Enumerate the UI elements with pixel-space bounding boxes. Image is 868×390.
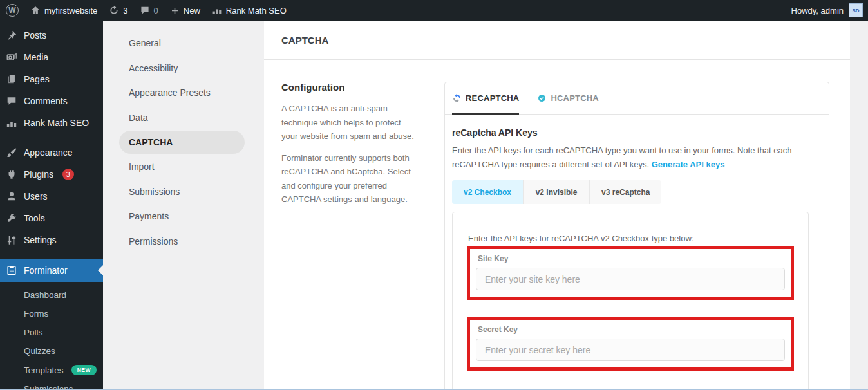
sidebar-item-plugins[interactable]: Plugins 3 [0, 163, 103, 185]
plugin-icon [6, 169, 17, 180]
site-menu[interactable]: myfirstwebsite [24, 0, 103, 21]
pages-icon [6, 73, 17, 85]
submenu-item-label: Templates [24, 366, 64, 375]
subtab-v2-invisible[interactable]: v2 Invisible [524, 180, 590, 204]
tab-label: HCAPTCHA [551, 93, 599, 103]
howdy-text: Howdy, admin [791, 6, 844, 15]
media-icon [6, 51, 17, 63]
sidebar-item-posts[interactable]: Posts [0, 24, 103, 46]
sidebar-item-media[interactable]: Media [0, 46, 103, 68]
wordpress-logo-menu[interactable]: W [0, 0, 24, 21]
user-icon [6, 190, 17, 202]
recaptcha-panel: reCaptcha API Keys Enter the API keys fo… [445, 115, 829, 390]
sidebar-item-comments[interactable]: Comments [0, 90, 103, 112]
submenu-item-polls[interactable]: Polls [0, 323, 103, 342]
tab-hcaptcha[interactable]: HCAPTCHA [537, 82, 599, 114]
sidebar-item-label: Plugins [24, 169, 53, 180]
captcha-provider-tabs: RECAPTCHA HCAPTCHA [445, 82, 829, 115]
new-content-menu[interactable]: New [164, 0, 206, 21]
plugins-update-badge: 3 [62, 169, 74, 180]
settings-nav-permissions[interactable]: Permissions [103, 229, 264, 254]
plus-icon [170, 6, 180, 15]
captcha-settings-card: RECAPTCHA HCAPTCHA reCaptcha API Keys En… [444, 82, 829, 390]
v2-checkbox-intro: Enter the API keys for reCAPTCHA v2 Chec… [468, 234, 794, 243]
sidebar-item-appearance[interactable]: Appearance [0, 142, 103, 163]
sidebar-item-tools[interactable]: Tools [0, 207, 103, 229]
pushpin-icon [6, 30, 17, 41]
v2-checkbox-panel: Enter the API keys for reCAPTCHA v2 Chec… [452, 212, 809, 390]
update-count: 3 [123, 6, 127, 15]
settings-nav-appearance-presets[interactable]: Appearance Presets [103, 80, 264, 106]
sidebar-item-label: Rank Math SEO [24, 118, 89, 128]
sidebar-item-label: Tools [24, 213, 45, 223]
menu-separator [0, 251, 103, 259]
configuration-column: Configuration A CAPTCHA is an anti-spam … [281, 82, 444, 390]
secret-key-input[interactable] [476, 339, 785, 361]
api-keys-title: reCaptcha API Keys [452, 127, 822, 138]
configuration-title: Configuration [281, 82, 444, 93]
settings-nav-submissions[interactable]: Submissions [103, 180, 264, 205]
subtab-v3-recaptcha[interactable]: v3 reCaptcha [590, 180, 661, 204]
secret-key-highlight-box: Secret Key [467, 317, 794, 371]
submenu-item-forms[interactable]: Forms [0, 304, 103, 323]
forminator-submenu: Dashboard Forms Polls Quizzes Templates … [0, 282, 103, 390]
sidebar-item-rank-math-seo[interactable]: Rank Math SEO [0, 112, 103, 134]
updates-icon [109, 5, 119, 15]
generate-api-keys-link[interactable]: Generate API keys [652, 160, 725, 169]
submenu-item-dashboard[interactable]: Dashboard [0, 286, 103, 304]
submenu-item-templates[interactable]: Templates NEW [0, 360, 103, 380]
sidebar-item-forminator[interactable]: Forminator [0, 259, 103, 282]
new-badge: NEW [71, 365, 97, 375]
submenu-item-quizzes[interactable]: Quizzes [0, 342, 103, 360]
forminator-settings-nav: General Accessibility Appearance Presets… [103, 21, 264, 390]
admin-bar: W myfirstwebsite 3 0 New [0, 0, 868, 21]
sidebar-item-pages[interactable]: Pages [0, 68, 103, 90]
admin-sidebar: Posts Media Pages Comments Rank Math SEO… [0, 21, 103, 390]
submenu-item-label: Forms [24, 309, 48, 319]
sidebar-item-settings[interactable]: Settings [0, 229, 103, 251]
recaptcha-type-tabs: v2 Checkbox v2 Invisible v3 reCaptcha [452, 180, 661, 204]
rank-math-topbar-menu[interactable]: Rank Math SEO [206, 0, 292, 21]
main-header: CAPTCHA [264, 21, 850, 60]
avatar: SD [849, 3, 863, 17]
site-key-highlight-box: Site Key [467, 246, 794, 300]
submenu-item-label: Polls [24, 328, 42, 337]
settings-nav-accessibility[interactable]: Accessibility [103, 56, 264, 81]
sidebar-item-label: Forminator [24, 265, 68, 275]
sliders-icon [6, 234, 17, 246]
sidebar-item-label: Comments [24, 96, 68, 106]
right-gutter [850, 21, 868, 390]
tab-recaptcha[interactable]: RECAPTCHA [452, 82, 519, 114]
main-body: Configuration A CAPTCHA is an anti-spam … [264, 60, 850, 390]
rank-math-icon [212, 5, 222, 15]
secret-key-label: Secret Key [478, 325, 785, 334]
updates-menu[interactable]: 3 [103, 0, 133, 21]
subtab-v2-checkbox[interactable]: v2 Checkbox [452, 180, 524, 204]
wrench-icon [6, 212, 17, 224]
comments-menu[interactable]: 0 [134, 0, 164, 21]
settings-nav-data[interactable]: Data [103, 106, 264, 131]
site-key-input[interactable] [476, 268, 785, 290]
configuration-paragraph-2: Forminator currently supports both reCAP… [281, 151, 418, 207]
home-icon [30, 5, 41, 15]
settings-nav-captcha[interactable]: CAPTCHA [119, 131, 245, 154]
settings-nav-general[interactable]: General [103, 31, 264, 56]
sidebar-item-label: Pages [24, 74, 50, 84]
site-name: myfirstwebsite [44, 6, 97, 15]
settings-nav-payments[interactable]: Payments [103, 204, 264, 229]
api-keys-description-text: Enter the API keys for each reCAPTCHA ty… [452, 145, 791, 169]
sidebar-item-users[interactable]: Users [0, 185, 103, 207]
account-menu[interactable]: Howdy, admin SD [791, 0, 868, 21]
page-title: CAPTCHA [281, 35, 328, 46]
rank-math-label: Rank Math SEO [226, 6, 287, 15]
rank-math-seo-icon [6, 117, 17, 129]
clipboard-icon [6, 265, 17, 276]
configuration-paragraph-1: A CAPTCHA is an anti-spam technique whic… [281, 102, 418, 144]
main-content: CAPTCHA Configuration A CAPTCHA is an an… [264, 21, 850, 390]
admin-bar-left: W myfirstwebsite 3 0 New [0, 0, 292, 21]
sidebar-item-label: Appearance [24, 147, 73, 158]
paintbrush-icon [6, 147, 17, 158]
sidebar-item-label: Posts [24, 30, 46, 41]
settings-nav-import[interactable]: Import [103, 154, 264, 180]
sidebar-item-label: Users [24, 191, 48, 201]
